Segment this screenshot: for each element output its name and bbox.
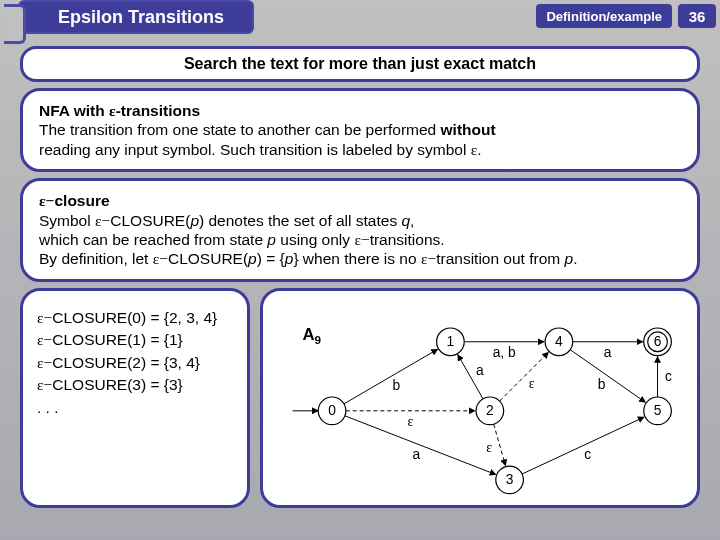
txt: using only [276,231,354,248]
automaton-label: A9 [302,324,321,345]
closure-examples-box: ε−CLOSURE(0) = {2, 3, 4} ε−CLOSURE(1) = … [20,288,250,508]
txt: which can be reached from state [39,231,267,248]
closure-item: ε−CLOSURE(0) = {2, 3, 4} [37,307,233,329]
automaton-diagram: A9 bεaaa, bεεcbac 0123456 [260,288,700,508]
edge-label: c [665,368,672,383]
header: Epsilon Transitions Definition/example 3… [0,0,720,36]
txt: ) denotes the set of all states [199,212,401,229]
svg-text:0: 0 [328,403,336,418]
txt: CLOSURE(1) = {1} [52,331,183,348]
nfa-heading: NFA with ε-transitions [39,101,681,120]
search-text: Search the text for more than just exact… [184,55,536,72]
bottom-row: ε−CLOSURE(0) = {2, 3, 4} ε−CLOSURE(1) = … [20,288,700,508]
edge-0-1 [344,349,438,404]
var: p [248,250,257,267]
state-node-1: 1 [437,328,465,356]
txt: CLOSURE( [168,250,248,267]
txt: ) = { [257,250,285,267]
definition-box-closure: ε−closure Symbol ε−CLOSURE(p) denotes th… [20,178,700,282]
edge-label: b [392,377,400,392]
txt: Symbol [39,212,95,229]
edge-3-5 [522,417,644,474]
txt: reading any input symbol. Such transitio… [39,141,471,158]
epsilon-symbol: ε− [39,192,54,209]
txt: CLOSURE(2) = {3, 4} [52,354,200,371]
state-node-6: 6 [644,328,672,356]
closure-body: Symbol ε−CLOSURE(p) denotes the set of a… [39,211,681,269]
txt: , [410,212,414,229]
page-number: 36 [689,8,706,25]
automaton-svg: A9 bεaaa, bεεcbac 0123456 [263,291,697,505]
epsilon-symbol: ε− [153,250,168,267]
page-number-badge: 36 [678,4,716,28]
state-node-5: 5 [644,397,672,425]
epsilon-symbol: ε− [37,309,52,326]
title-notch [4,4,26,44]
edge-0-3 [345,415,496,474]
txt: . [573,250,577,267]
txt: transition out from [436,250,564,267]
txt: NFA with [39,102,109,119]
txt: . [477,141,481,158]
state-node-0: 0 [318,397,346,425]
var: q [401,212,410,229]
search-banner: Search the text for more than just exact… [20,46,700,82]
txt: transitions. [370,231,445,248]
edge-label: c [584,447,591,462]
state-node-4: 4 [545,328,573,356]
closure-ellipsis: . . . [37,397,233,419]
var: p [190,212,199,229]
txt: The transition from one state to another… [39,121,441,138]
subtitle-badge: Definition/example [536,4,672,28]
var: p [565,250,574,267]
svg-text:5: 5 [654,403,662,418]
epsilon-symbol: ε− [95,212,110,229]
state-node-2: 2 [476,397,504,425]
txt: By definition, let [39,250,153,267]
epsilon-symbol: ε− [354,231,369,248]
txt: CLOSURE(0) = {2, 3, 4} [52,309,217,326]
subtitle-text: Definition/example [546,9,662,24]
epsilon-symbol: ε− [421,250,436,267]
epsilon-symbol: ε [109,102,116,119]
title-text: Epsilon Transitions [58,7,224,28]
closure-item: ε−CLOSURE(3) = {3} [37,374,233,396]
nfa-body: The transition from one state to another… [39,120,681,159]
svg-text:1: 1 [447,334,455,349]
txt: CLOSURE( [110,212,190,229]
closure-item: ε−CLOSURE(1) = {1} [37,329,233,351]
edge-label: a [413,447,421,462]
svg-text:3: 3 [506,472,514,487]
closure-item: ε−CLOSURE(2) = {3, 4} [37,352,233,374]
epsilon-symbol: ε− [37,376,52,393]
txt: CLOSURE(3) = {3} [52,376,183,393]
edge-label: a, b [493,344,516,359]
epsilon-symbol: ε− [37,331,52,348]
txt: -transitions [116,102,200,119]
edge-label: b [598,376,606,391]
edge-label: a [604,344,612,359]
svg-text:6: 6 [654,334,662,349]
edge-label: ε [408,413,414,428]
txt: } when there is no [293,250,421,267]
svg-text:4: 4 [555,334,563,349]
definition-box-nfa: NFA with ε-transitions The transition fr… [20,88,700,172]
closure-heading: ε−closure [39,191,681,210]
edge-label: a [476,363,484,378]
epsilon-symbol: ε− [37,354,52,371]
edge-label: ε [486,439,492,454]
txt: without [441,121,496,138]
edge-label: ε [529,376,535,391]
slide-title: Epsilon Transitions [18,0,254,34]
txt: closure [54,192,109,209]
edge-2-3 [494,424,506,466]
svg-text:2: 2 [486,403,494,418]
state-node-3: 3 [496,466,524,494]
var: p [267,231,276,248]
